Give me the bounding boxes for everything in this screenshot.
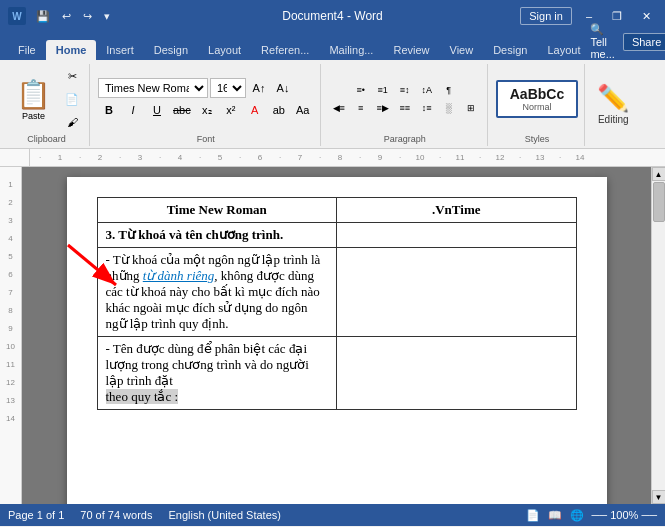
styles-preview: AaBbCc	[510, 86, 564, 102]
styles-name: Normal	[510, 102, 564, 112]
names-text: - Tên được dùng để phân biệt các đại lượ…	[106, 341, 309, 388]
strikethrough-button[interactable]: abc	[170, 100, 194, 120]
borders-button[interactable]: ⊞	[461, 100, 481, 116]
sign-in-button[interactable]: Sign in	[520, 7, 572, 25]
align-right-button[interactable]: ≡▶	[373, 100, 393, 116]
highlighted-text: theo quy tắc :	[106, 389, 179, 404]
font-row1: Times New Roman 16 A↑ A↓	[98, 78, 314, 98]
table-cell-heading: 3. Từ khoá và tên chương trình.	[97, 223, 337, 248]
table-row: 3. Từ khoá và tên chương trình.	[97, 223, 576, 248]
font-content: Times New Roman 16 A↑ A↓ B I U abc x₂ x²…	[98, 66, 314, 132]
content-table: Time New Roman .VnTime 3. Từ khoá và tên…	[97, 197, 577, 410]
table-cell-keywords: - Từ khoá của một ngôn ngữ lập trình là …	[97, 248, 337, 337]
scroll-down-button[interactable]: ▼	[652, 490, 666, 504]
para-row1: ≡• ≡1 ≡↕ ↕A ¶	[351, 82, 459, 98]
paragraph-label: Paragraph	[384, 134, 426, 144]
scroll-track[interactable]	[652, 181, 666, 490]
more-button[interactable]: ▾	[100, 8, 114, 25]
paste-label: Paste	[22, 111, 45, 121]
close-button[interactable]: ✕	[636, 8, 657, 25]
paragraph-group: ≡• ≡1 ≡↕ ↕A ¶ ◀≡ ≡ ≡▶ ≡≡ ↕≡ ░ ⊞ Paragrap…	[323, 64, 488, 146]
tab-mailings[interactable]: Mailing...	[319, 40, 383, 60]
format-painter-button[interactable]: 🖌	[61, 112, 83, 132]
page-scroll-area[interactable]: Time New Roman .VnTime 3. Từ khoá và tên…	[22, 167, 651, 504]
table-row: - Từ khoá của một ngôn ngữ lập trình là …	[97, 248, 576, 337]
title-bar-left: W 💾 ↩ ↪ ▾	[8, 7, 114, 25]
tab-design2[interactable]: Design	[483, 40, 537, 60]
restore-button[interactable]: ❐	[606, 8, 628, 25]
highlight-button[interactable]: ab	[268, 100, 290, 120]
scroll-thumb[interactable]	[653, 182, 665, 222]
tab-file[interactable]: File	[8, 40, 46, 60]
line-spacing-button[interactable]: ↕≡	[417, 100, 437, 116]
tab-view[interactable]: View	[440, 40, 484, 60]
font-group: Times New Roman 16 A↑ A↓ B I U abc x₂ x²…	[92, 64, 321, 146]
tab-review[interactable]: Review	[383, 40, 439, 60]
copy-button[interactable]: 📄	[61, 89, 83, 109]
clipboard-label: Clipboard	[27, 134, 66, 144]
tell-me-button[interactable]: 🔍 Tell me...	[590, 23, 614, 60]
text-color-button[interactable]: A	[244, 100, 266, 120]
grow-font-button[interactable]: A↑	[248, 78, 270, 98]
horizontal-ruler: · 1 · 2 · 3 · 4 · 5 · 6 · 7 · 8 · 9 · 10…	[0, 149, 665, 167]
superscript-button[interactable]: x²	[220, 100, 242, 120]
styles-content: AaBbCc Normal	[496, 66, 578, 132]
table-cell-empty2	[337, 248, 577, 337]
undo-button[interactable]: ↩	[58, 8, 75, 25]
numbering-button[interactable]: ≡1	[373, 82, 393, 98]
scroll-up-button[interactable]: ▲	[652, 167, 666, 181]
svg-line-1	[68, 245, 116, 285]
styles-label: Styles	[525, 134, 550, 144]
styles-selector[interactable]: AaBbCc Normal	[496, 80, 578, 118]
tab-layout[interactable]: Layout	[198, 40, 251, 60]
document-page: Time New Roman .VnTime 3. Từ khoá và tên…	[67, 177, 607, 504]
share-button[interactable]: Share	[623, 33, 665, 51]
vertical-scrollbar[interactable]: ▲ ▼	[651, 167, 665, 504]
cut-button[interactable]: ✂	[61, 66, 83, 86]
word-icon: W	[8, 7, 26, 25]
para-row2: ◀≡ ≡ ≡▶ ≡≡ ↕≡ ░ ⊞	[329, 100, 481, 116]
align-left-button[interactable]: ◀≡	[329, 100, 349, 116]
paste-button[interactable]: 📋 Paste	[10, 74, 57, 125]
view-web-button[interactable]: 🌐	[570, 509, 584, 522]
paragraph-content: ≡• ≡1 ≡↕ ↕A ¶ ◀≡ ≡ ≡▶ ≡≡ ↕≡ ░ ⊞	[329, 66, 481, 132]
tab-layout2[interactable]: Layout	[537, 40, 590, 60]
keyword-highlight: từ dành riêng	[143, 268, 215, 283]
editing-icon: ✏️	[597, 83, 629, 114]
view-read-button[interactable]: 📖	[548, 509, 562, 522]
heading-text: 3. Từ khoá và tên chương trình.	[106, 227, 284, 242]
minimize-button[interactable]: –	[580, 8, 598, 24]
view-print-button[interactable]: 📄	[526, 509, 540, 522]
tab-home[interactable]: Home	[46, 40, 97, 60]
table-header-col1: Time New Roman	[97, 198, 337, 223]
bold-button[interactable]: B	[98, 100, 120, 120]
multilevel-button[interactable]: ≡↕	[395, 82, 415, 98]
editing-button[interactable]: ✏️ Editing	[593, 79, 633, 129]
underline-button[interactable]: U	[146, 100, 168, 120]
tab-references[interactable]: Referen...	[251, 40, 319, 60]
ruler-corner	[0, 149, 30, 167]
align-center-button[interactable]: ≡	[351, 100, 371, 116]
redo-button[interactable]: ↪	[79, 8, 96, 25]
editing-group: ✏️ Editing	[587, 64, 639, 146]
font-color-button[interactable]: Aa	[292, 100, 314, 120]
zoom-slider[interactable]: ── 100% ──	[592, 509, 657, 521]
save-button[interactable]: 💾	[32, 8, 54, 25]
tab-insert[interactable]: Insert	[96, 40, 144, 60]
font-face-select[interactable]: Times New Roman	[98, 78, 208, 98]
subscript-button[interactable]: x₂	[196, 100, 218, 120]
editing-label: Editing	[598, 114, 629, 125]
sort-button[interactable]: ↕A	[417, 82, 437, 98]
shading-button[interactable]: ░	[439, 100, 459, 116]
italic-button[interactable]: I	[122, 100, 144, 120]
justify-button[interactable]: ≡≡	[395, 100, 415, 116]
bullets-button[interactable]: ≡•	[351, 82, 371, 98]
show-para-button[interactable]: ¶	[439, 82, 459, 98]
page-indicator: Page 1 of 1	[8, 509, 64, 521]
clipboard-group: 📋 Paste ✂ 📄 🖌 Clipboard	[4, 64, 90, 146]
vertical-ruler: 1 2 3 4 5 6 7 8 9 10 11 12 13 14	[0, 167, 22, 504]
font-size-select[interactable]: 16	[210, 78, 246, 98]
shrink-font-button[interactable]: A↓	[272, 78, 294, 98]
tab-design[interactable]: Design	[144, 40, 198, 60]
table-header-col2: .VnTime	[337, 198, 577, 223]
